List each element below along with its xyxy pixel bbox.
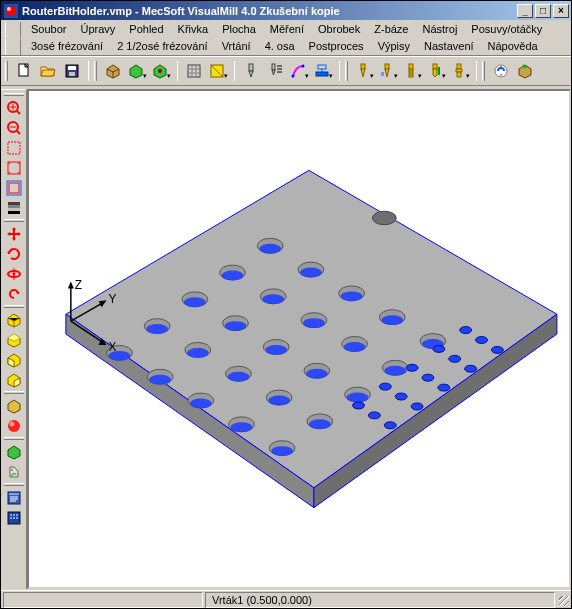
front-view-button[interactable]: [3, 350, 25, 370]
stock-green-1-button[interactable]: [126, 60, 148, 82]
clearance-button[interactable]: [312, 60, 334, 82]
menu-zbaze[interactable]: Z-báze: [367, 21, 415, 38]
menu-vypisy[interactable]: Výpisy: [371, 38, 417, 55]
menu-4osa[interactable]: 4. osa: [258, 38, 302, 55]
svg-point-107: [449, 355, 461, 362]
svg-rect-5: [68, 66, 76, 70]
simulation-button[interactable]: [3, 442, 25, 462]
main-toolbar: [1, 56, 571, 86]
menu-krivka[interactable]: Křivka: [171, 21, 216, 38]
svg-point-112: [465, 365, 477, 372]
save-button[interactable]: [61, 60, 83, 82]
svg-rect-30: [8, 202, 20, 205]
menu-napoveda[interactable]: Nápověda: [481, 38, 545, 55]
svg-point-70: [384, 366, 406, 376]
toolbar-grip-4[interactable]: [482, 61, 485, 81]
zoom-fit-button[interactable]: [3, 158, 25, 178]
output-button[interactable]: [3, 508, 25, 528]
menu-3ose[interactable]: 3osé frézování: [24, 38, 110, 55]
svg-point-72: [184, 297, 206, 307]
tool-list-button[interactable]: [264, 60, 286, 82]
menu-postproces[interactable]: Postproces: [302, 38, 371, 55]
menu-vrtani[interactable]: Vrtání: [215, 38, 258, 55]
svg-point-54: [300, 268, 322, 278]
right-view-button[interactable]: [3, 370, 25, 390]
menu-grip[interactable]: [5, 22, 21, 38]
svg-point-74: [225, 321, 247, 331]
toolbar-grip-3[interactable]: [345, 61, 348, 81]
svg-point-2: [7, 7, 11, 11]
bore-button[interactable]: [425, 60, 447, 82]
menu-soubor[interactable]: Soubor: [24, 21, 73, 38]
svg-rect-14: [316, 72, 328, 76]
svg-text:Y: Y: [109, 292, 117, 306]
zoom-extents-button[interactable]: [3, 178, 25, 198]
ream-button[interactable]: [449, 60, 471, 82]
close-button[interactable]: ×: [553, 4, 569, 18]
zoom-out-button[interactable]: [3, 118, 25, 138]
svg-rect-32: [8, 208, 20, 211]
menu-mereni[interactable]: Měření: [263, 21, 311, 38]
svg-point-100: [271, 446, 293, 456]
menu-pohled[interactable]: Pohled: [122, 21, 170, 38]
vtoolbar-grip-1[interactable]: [4, 93, 24, 96]
vtoolbar-grip-4[interactable]: [4, 391, 24, 394]
toolbar-grip-2[interactable]: [94, 61, 97, 81]
status-cell-1: [3, 592, 203, 608]
vtoolbar-grip-2[interactable]: [4, 219, 24, 222]
svg-point-64: [262, 294, 284, 304]
open-button[interactable]: [37, 60, 59, 82]
zoom-window-button[interactable]: [3, 138, 25, 158]
svg-point-12: [291, 75, 294, 78]
svg-point-7: [158, 69, 162, 73]
menu-posuvy[interactable]: Posuvy/otáčky: [464, 21, 549, 38]
drill-deep-button[interactable]: [377, 60, 399, 82]
menu-nastaveni[interactable]: Nastavení: [417, 38, 481, 55]
plane-yellow-button[interactable]: [207, 60, 229, 82]
browser-button[interactable]: [3, 488, 25, 508]
grid-button[interactable]: [183, 60, 205, 82]
menu-obrobek[interactable]: Obrobek: [311, 21, 367, 38]
menu-grip-2[interactable]: [5, 39, 21, 55]
toolbar-grip-1[interactable]: [5, 61, 8, 81]
menu-upravy[interactable]: Úpravy: [73, 21, 122, 38]
iso-view-button[interactable]: [3, 310, 25, 330]
post-button[interactable]: [490, 60, 512, 82]
resize-grip[interactable]: [555, 592, 571, 608]
svg-rect-45: [13, 517, 15, 519]
vtoolbar-grip-5[interactable]: [4, 437, 24, 440]
stock-green-2-button[interactable]: [150, 60, 172, 82]
svg-rect-6: [69, 72, 75, 76]
menu-212ose[interactable]: 2 1/2osé frézování: [110, 38, 215, 55]
zoom-in-button[interactable]: [3, 98, 25, 118]
rotate-button[interactable]: [3, 244, 25, 264]
shading-button[interactable]: [3, 198, 25, 218]
sphere-stock-button[interactable]: [3, 416, 25, 436]
menu-plocha[interactable]: Plocha: [215, 21, 263, 38]
tap-button[interactable]: [401, 60, 423, 82]
svg-rect-44: [10, 517, 12, 519]
vtoolbar-grip-6[interactable]: [4, 483, 24, 486]
generate-button[interactable]: [514, 60, 536, 82]
status-bar: Vrták1 (0.500,0.000): [1, 590, 571, 608]
menu-nastroj[interactable]: Nástroj: [416, 21, 465, 38]
new-button[interactable]: [13, 60, 35, 82]
verify-button[interactable]: [3, 462, 25, 482]
top-view-button[interactable]: [3, 330, 25, 350]
feeds-button[interactable]: [288, 60, 310, 82]
rotate-z-button[interactable]: [3, 264, 25, 284]
vtoolbar-grip-3[interactable]: [4, 305, 24, 308]
3d-viewport[interactable]: Z Y X: [27, 89, 571, 589]
svg-marker-117: [68, 281, 74, 288]
title-bar: RouterBitHolder.vmp - MecSoft VisualMill…: [1, 1, 571, 20]
stock-button[interactable]: [102, 60, 124, 82]
svg-rect-10: [249, 64, 253, 71]
minimize-button[interactable]: _: [517, 4, 533, 18]
svg-point-98: [231, 422, 253, 432]
maximize-button[interactable]: □: [535, 4, 551, 18]
drill-button[interactable]: [353, 60, 375, 82]
pan-button[interactable]: [3, 224, 25, 244]
tool-button[interactable]: [240, 60, 262, 82]
undo-view-button[interactable]: [3, 284, 25, 304]
box-stock-button[interactable]: [3, 396, 25, 416]
